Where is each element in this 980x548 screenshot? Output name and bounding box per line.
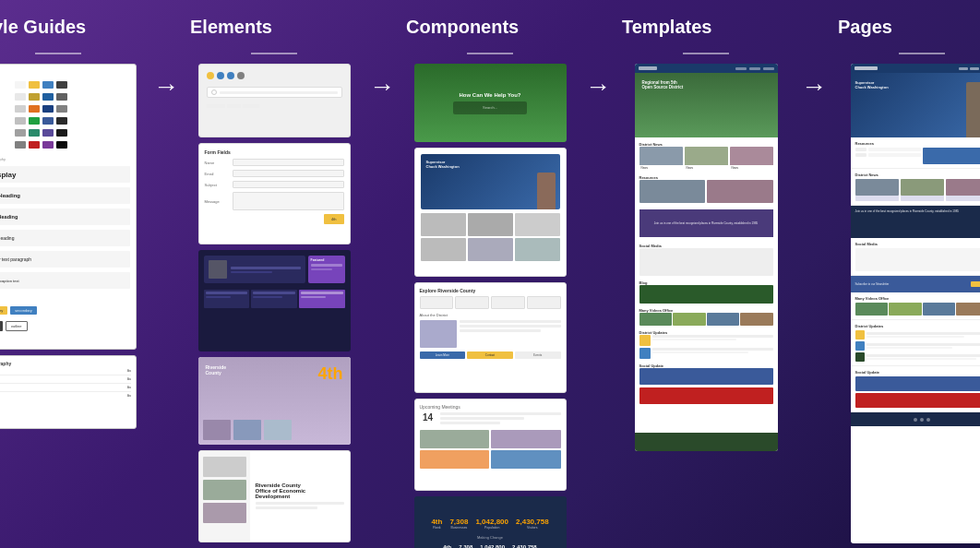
swatch-white [15,81,26,89]
arrow-2: → [369,72,395,101]
form-title: Form Fields [205,149,344,155]
dark-cards-row: Featured [204,256,345,283]
small-cards-row [204,290,345,308]
stat-6: 7,308 [459,544,472,549]
element-image-text: Riverside CountyOffice of EconomicDevelo… [198,450,351,542]
form-row-2: Email [205,170,344,177]
arrow-1-container: → [146,17,186,101]
templates-title: Templates [618,17,711,38]
dot-blue [217,72,224,79]
stat-2-num: 7,308 [449,518,468,526]
page-footer [851,412,981,426]
resource-img-1 [639,180,706,203]
template-nav [735,67,774,70]
btn-outline: outline [6,321,28,331]
content-card-1 [421,213,466,236]
left-panel [199,451,250,542]
subscribe-band: Subscribe to our Newsletter [851,276,981,292]
page-updates-list [855,330,981,362]
column-components: Components How Can We Help You? Search..… [402,17,578,548]
right-panel: Riverside CountyOffice of EconomicDevelo… [250,451,350,542]
explore-btn-2 [455,296,489,309]
stat-3-label: Population [475,526,508,530]
news-card-2: News [685,147,728,171]
page-video-grid [855,303,981,316]
res-col-2 [923,148,980,164]
btn-yellow: primary [0,306,7,315]
page-updates-section: District Updates [851,320,981,366]
stat-8: 2,430,758 [512,544,537,549]
template-section-6: District Updates [639,330,773,359]
element-search-bar [198,64,351,137]
swatch-gray [56,93,67,101]
stat-2-label: Businesses [449,526,468,530]
sg-mini-title: Typography [0,361,131,366]
updates-list [639,335,773,359]
stat-5: 4th [443,544,451,549]
arrow-2-container: → [362,17,402,101]
main-layout: Style Guides Colors Color 1 Color 2 [18,17,962,548]
sg-typo-small: Small caption text [0,272,130,289]
content-card-3 [515,213,560,236]
small-dark-card-2 [251,290,297,308]
components-divider [467,53,513,54]
video-grid [639,313,773,326]
sg-row-1: Color 1 [0,81,130,89]
person-silhouette [537,173,556,209]
link-btn-2: Contact [467,351,513,359]
dark-card-text-1 [231,267,301,273]
swatch-darkblue [42,93,54,101]
column-pages: Pages SupervisorChuck Washington [834,17,980,543]
stat-3: 1,042,800 Population [475,518,508,530]
page-resources: Resources [851,137,981,169]
sg-row-6: Color 6 [0,141,130,149]
resources-2-grid [855,148,981,164]
sg-row-5: Color 5 [0,129,130,137]
sg-typo-h1: H1 Heading [0,187,130,204]
right-panel-title: Riverside CountyOffice of EconomicDevelo… [256,482,344,499]
textarea [233,192,344,210]
content-card-6 [515,238,560,261]
stat-7: 1,042,800 [480,544,505,549]
small-bars [207,104,342,108]
form-row-4: Message [205,192,344,210]
page-dark-text: Join us in one of the best recognized pl… [855,209,981,213]
content-card-5 [468,238,513,261]
column-elements: Elements [186,17,362,542]
arrow-3-container: → [578,17,618,101]
events-grid [420,430,561,469]
page-full: SupervisorChuck Washington Resources [851,64,981,543]
page-hero-text: SupervisorChuck Washington [855,80,889,89]
dot-yellow [207,72,214,79]
template-quote-band: Join us in one of the best recognized pl… [639,209,773,237]
resources-grid [639,180,773,203]
thumb-img-3 [203,503,246,523]
stats-small-images [203,420,292,440]
style-guides-title: Style Guides [0,17,86,38]
event-date: 14 [420,412,436,426]
stat-7-num: 1,042,800 [480,544,505,549]
template-logo [639,66,657,70]
stats-row-2: 4th 7,308 1,042,800 2,430,758 [443,544,536,549]
template-quote-text: Join us in one of the best recognized pl… [649,221,764,225]
sg-color-label: Colors [0,72,130,77]
content-grid [421,213,560,261]
hero-search-bar: Search... [453,101,527,114]
page-person [966,82,981,137]
explore-btn-4 [527,296,561,309]
featured-card: Featured [308,256,345,283]
template-section-1: District News News News [639,142,773,171]
small-dark-card-1 [204,290,250,308]
page-news-section: District News [851,169,981,206]
explore-header: Explore Riverside County [420,288,561,293]
arrow-3: → [585,72,611,101]
stats-text: Riverside County [206,364,227,375]
content-card-2 [468,213,513,236]
social-red-block [639,387,773,404]
stat-1: 4th Rank [431,518,442,530]
component-hero-banner: How Can We Help You? Search... [414,64,567,142]
sg-buttons-label: Buttons [0,297,130,302]
event-img-2 [491,430,561,448]
dark-card-1 [204,256,305,283]
arrow-1: → [153,72,179,101]
